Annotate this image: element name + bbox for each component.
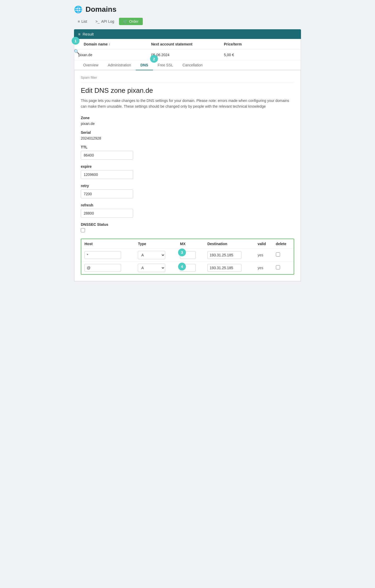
col-destination: Destination xyxy=(204,239,254,249)
expire-input[interactable] xyxy=(81,170,133,179)
dnssec-label: DNSSEC Status xyxy=(81,222,294,227)
col-type: Type xyxy=(135,239,177,249)
zone-value: pixan.de xyxy=(81,122,294,126)
result-bar: ≡ Result xyxy=(74,29,301,39)
tab-dns[interactable]: DNS xyxy=(136,60,153,70)
delete-checkbox-2[interactable] xyxy=(276,265,280,269)
globe-icon: 🌐 xyxy=(74,5,82,14)
host-cell-1 xyxy=(81,249,135,261)
zone-field: Zone pixan.de xyxy=(81,116,294,126)
expire-field: expire xyxy=(81,164,294,179)
retry-label: retry xyxy=(81,184,294,188)
refresh-field: refresh xyxy=(81,203,294,218)
step-badge-1: 1 xyxy=(72,37,79,45)
refresh-label: refresh xyxy=(81,203,294,207)
dns-records-table-wrapper: 3 4 Host Type MX Destination valid delet… xyxy=(81,239,294,275)
ttl-field: TTL xyxy=(81,145,294,160)
page-title: Domains xyxy=(86,5,116,14)
host-cell-2 xyxy=(81,261,135,274)
type-cell-1: A AAAA CNAME MX TXT NS xyxy=(135,249,177,261)
col-mx: MX xyxy=(177,239,204,249)
type-cell-2: A AAAA CNAME MX TXT NS xyxy=(135,261,177,274)
domain-table-header: 1 🔍 Domain name Next account statement P… xyxy=(74,39,301,50)
col-delete: delete xyxy=(273,239,294,249)
col-price: Price/term xyxy=(224,42,297,46)
list-icon: ≡ xyxy=(78,19,80,24)
sub-tabs: Overview Administration DNS Free SSL Can… xyxy=(74,60,301,70)
nav-order-button[interactable]: 🛒 Order xyxy=(119,18,143,25)
dns-zone-title: Edit DNS zone pixan.de xyxy=(81,87,294,95)
page-header: 🌐 Domains xyxy=(74,5,301,14)
valid-value-2: yes xyxy=(258,266,263,270)
dnssec-field: DNSSEC Status xyxy=(81,222,294,232)
nav-list-button[interactable]: ≡ List xyxy=(74,18,91,25)
tab-cancellation[interactable]: Cancellation xyxy=(178,60,207,70)
api-log-label: API Log xyxy=(101,19,114,24)
step-badge-3: 3 xyxy=(178,249,186,256)
destination-cell-1 xyxy=(204,249,254,261)
host-input-2[interactable] xyxy=(84,264,121,272)
table-row: A AAAA CNAME MX TXT NS xyxy=(81,261,294,274)
valid-value-1: yes xyxy=(258,253,263,257)
delete-cell-1 xyxy=(273,249,294,261)
dnssec-checkbox[interactable] xyxy=(81,228,85,232)
dns-content: Spam filter Edit DNS zone pixan.de This … xyxy=(74,70,301,281)
top-nav: ≡ List >_ API Log 🛒 Order xyxy=(74,18,301,25)
tab-administration[interactable]: Administration xyxy=(103,60,136,70)
type-select-2[interactable]: A AAAA CNAME MX TXT NS xyxy=(138,264,165,272)
table-header-row: Host Type MX Destination valid delete xyxy=(81,239,294,249)
col-valid: valid xyxy=(254,239,273,249)
ttl-input[interactable] xyxy=(81,151,133,160)
step-badge-4: 4 xyxy=(178,263,186,270)
cart-icon: 🛒 xyxy=(123,19,128,24)
delete-checkbox-1[interactable] xyxy=(276,252,280,257)
col-host: Host xyxy=(81,239,135,249)
result-icon: ≡ xyxy=(78,32,81,36)
destination-cell-2 xyxy=(204,261,254,274)
destination-input-1[interactable] xyxy=(207,251,241,259)
serial-field: Serial 2024012928 xyxy=(81,130,294,140)
retry-field: retry xyxy=(81,184,294,198)
next-statement-value: 05.06.2024 xyxy=(151,53,224,57)
ttl-label: TTL xyxy=(81,145,294,149)
valid-cell-1: yes xyxy=(254,249,273,261)
api-icon: >_ xyxy=(95,19,100,24)
list-label: List xyxy=(81,19,87,24)
col-domain-name: Domain name xyxy=(78,42,151,46)
nav-api-log-button[interactable]: >_ API Log xyxy=(92,18,118,25)
tab-overview[interactable]: Overview xyxy=(78,60,103,70)
col-next-statement: Next account statement xyxy=(151,42,224,46)
table-row: A AAAA CNAME MX TXT NS xyxy=(81,249,294,261)
price-value: 5,00 € xyxy=(224,53,297,57)
tab-free-ssl[interactable]: Free SSL xyxy=(153,60,178,70)
step-badge-2: 2 xyxy=(150,55,158,63)
retry-input[interactable] xyxy=(81,189,133,198)
domain-name-value: pixan.de xyxy=(78,53,151,57)
destination-input-2[interactable] xyxy=(207,264,241,272)
type-select-1[interactable]: A AAAA CNAME MX TXT NS xyxy=(138,251,165,259)
dns-description: This page lets you make changes to the D… xyxy=(81,98,294,109)
delete-cell-2 xyxy=(273,261,294,274)
domain-row: 2 pixan.de 05.06.2024 5,00 € xyxy=(74,50,301,60)
spam-filter-label: Spam filter xyxy=(81,76,294,82)
valid-cell-2: yes xyxy=(254,261,273,274)
expire-label: expire xyxy=(81,164,294,169)
host-input-1[interactable] xyxy=(84,251,121,259)
serial-value: 2024012928 xyxy=(81,136,294,140)
refresh-input[interactable] xyxy=(81,209,133,218)
result-label: Result xyxy=(83,32,94,36)
serial-label: Serial xyxy=(81,130,294,135)
order-label: Order xyxy=(129,19,139,24)
dns-records-table: Host Type MX Destination valid delete xyxy=(81,239,294,274)
zone-label: Zone xyxy=(81,116,294,120)
